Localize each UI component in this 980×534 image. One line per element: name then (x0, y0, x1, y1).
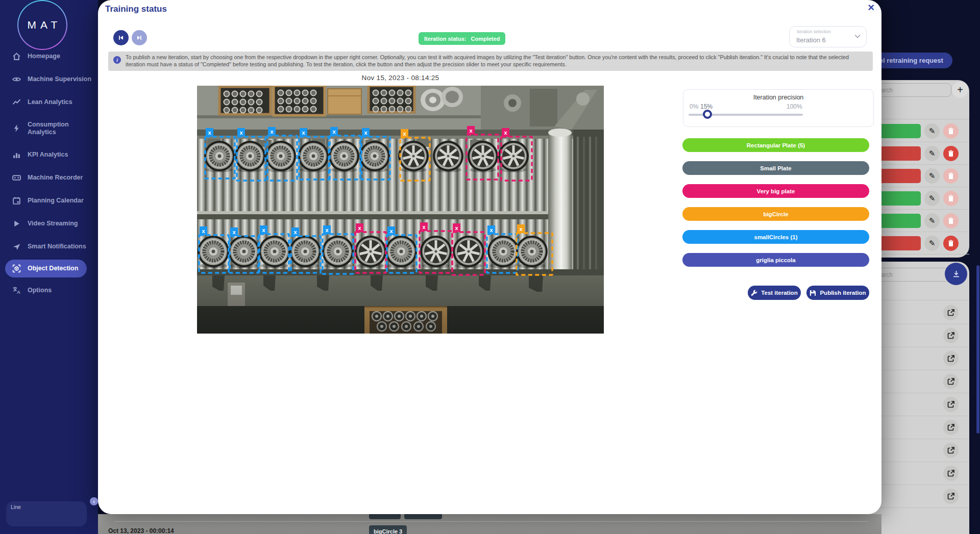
open-record-button[interactable] (943, 305, 959, 320)
class-pill[interactable]: Small Plate (682, 161, 869, 175)
edit-button[interactable]: ✎ (924, 146, 940, 161)
svg-text:x: x (358, 225, 361, 231)
info-banner: i To publish a new iteration, start by c… (108, 52, 873, 71)
external-link-icon (947, 378, 954, 385)
first-image-button[interactable] (113, 30, 129, 45)
test-iteration-button[interactable]: Test iteration (748, 286, 801, 300)
test-iteration-label: Test iteration (761, 290, 797, 296)
delete-button[interactable] (943, 168, 959, 184)
precision-slider-thumb[interactable] (703, 110, 712, 119)
sidebar-item-smart-notifications[interactable]: Smart Notifications (0, 235, 98, 258)
info-icon: i (113, 56, 121, 64)
sidebar-item-object-detection[interactable]: Object Detection (5, 260, 87, 277)
svg-text:x: x (389, 228, 393, 234)
cube-scan-icon (12, 264, 21, 273)
open-record-button[interactable] (943, 420, 959, 435)
delete-button[interactable] (943, 123, 959, 139)
sidebar-item-label: Video Streaming (28, 220, 78, 227)
sidebar-item-machine-recorder[interactable]: Machine Recorder (0, 166, 98, 189)
translate-icon: A (12, 286, 21, 295)
skip-back-icon (118, 35, 124, 41)
sidebar-item-machine-supervision[interactable]: Machine Supervision (0, 68, 98, 91)
sidebar-item-video-streaming[interactable]: Video Streaming (0, 212, 98, 235)
class-count-badge: bigCircle 3 (369, 525, 407, 534)
edit-button[interactable]: ✎ (924, 213, 940, 228)
edit-button[interactable]: ✎ (924, 123, 940, 139)
external-link-icon (947, 470, 954, 477)
external-link-icon (947, 401, 954, 408)
delete-button[interactable] (943, 236, 959, 251)
edit-button[interactable]: ✎ (924, 236, 940, 251)
svg-text:x: x (270, 129, 274, 135)
class-pill-label: Very big plate (757, 188, 795, 194)
line-legend-panel[interactable]: Line (6, 501, 87, 526)
app-logo: MAT (17, 0, 67, 50)
open-record-button[interactable] (943, 328, 959, 343)
chevron-down-icon (854, 34, 861, 38)
class-pill[interactable]: griglia piccola (682, 253, 869, 267)
scrollbar-thumb[interactable] (976, 265, 979, 434)
sidebar-item-label: Object Detection (28, 265, 78, 272)
class-pill-label: bigCircle (763, 211, 788, 217)
training-status-modal: Training status × Iteration status: Comp… (98, 0, 881, 514)
record-timestamp: Oct 13, 2023 - 00:00:14 (108, 527, 174, 534)
trash-icon (948, 172, 954, 180)
close-icon[interactable]: × (868, 1, 874, 14)
external-link-icon (947, 332, 954, 339)
wrench-icon (751, 290, 757, 296)
sidebar-item-planning-calendar[interactable]: Planning Calendar (0, 189, 98, 212)
external-link-icon (947, 424, 954, 431)
bar-chart-icon (12, 150, 21, 159)
download-button[interactable] (945, 263, 967, 285)
class-pill[interactable]: Very big plate (682, 184, 869, 198)
sidebar-item-consumption-analytics[interactable]: Consumption Analytics (0, 114, 98, 143)
info-banner-text: To publish a new iteration, start by cho… (126, 54, 867, 68)
add-button[interactable]: + (952, 82, 968, 98)
edit-button[interactable]: ✎ (924, 191, 940, 206)
class-pill[interactable]: Rectangular Plate (5) (682, 138, 869, 152)
iteration-select-value: Iteration 6 (796, 36, 826, 44)
external-link-icon (947, 447, 954, 454)
sidebar: MAT HomepageMachine SupervisionLean Anal… (0, 0, 98, 534)
open-record-button[interactable] (943, 374, 959, 389)
sidebar-item-kpi-analytics[interactable]: KPI Analytics (0, 143, 98, 166)
trash-icon (948, 128, 954, 135)
save-icon (810, 290, 816, 296)
sidebar-item-lean-analytics[interactable]: Lean Analytics (0, 91, 98, 114)
publish-iteration-button[interactable]: Publish iteration (806, 286, 869, 300)
divider (115, 521, 868, 522)
class-pill-label: Rectangular Plate (5) (747, 142, 805, 148)
sidebar-item-homepage[interactable]: Homepage (0, 45, 98, 68)
delete-button[interactable] (943, 191, 959, 206)
sidebar-item-options[interactable]: AOptions (0, 279, 98, 302)
svg-text:x: x (325, 227, 329, 233)
precision-max-label: 100% (787, 103, 802, 110)
open-record-button[interactable] (943, 397, 959, 412)
svg-text:x: x (455, 225, 458, 231)
svg-text:x: x (293, 229, 297, 235)
open-record-button[interactable] (943, 351, 959, 366)
collapse-chevron-button[interactable]: ‹ (90, 497, 98, 505)
open-record-button[interactable] (943, 443, 959, 458)
edit-button[interactable]: ✎ (924, 168, 940, 184)
class-pill[interactable]: bigCircle (682, 207, 869, 221)
precision-value-label: 15% (700, 103, 713, 110)
sidebar-menu: HomepageMachine SupervisionLean Analytic… (0, 45, 98, 302)
last-image-button[interactable] (132, 30, 147, 45)
class-pill[interactable]: smallCircles (1) (682, 230, 869, 244)
external-link-icon (947, 355, 954, 362)
trash-icon (948, 195, 954, 202)
detection-image: xxxxxxxxxxxxxxxxxxxx (197, 86, 604, 334)
sidebar-item-label: Options (28, 287, 52, 294)
iteration-select[interactable]: Iteration selection Iteration 6 (789, 26, 867, 47)
class-pill-label: griglia piccola (756, 257, 795, 263)
iteration-status-value: Completed (471, 36, 500, 42)
publish-iteration-label: Publish iteration (820, 290, 866, 296)
delete-button[interactable] (943, 146, 959, 161)
open-record-button[interactable] (943, 466, 959, 481)
play-icon (12, 219, 21, 228)
image-timestamp: Nov 15, 2023 - 08:14:25 (197, 74, 604, 82)
open-record-button[interactable] (943, 489, 959, 504)
delete-button[interactable] (943, 213, 959, 228)
detection-image-canvas[interactable]: xxxxxxxxxxxxxxxxxxxx (197, 86, 604, 334)
